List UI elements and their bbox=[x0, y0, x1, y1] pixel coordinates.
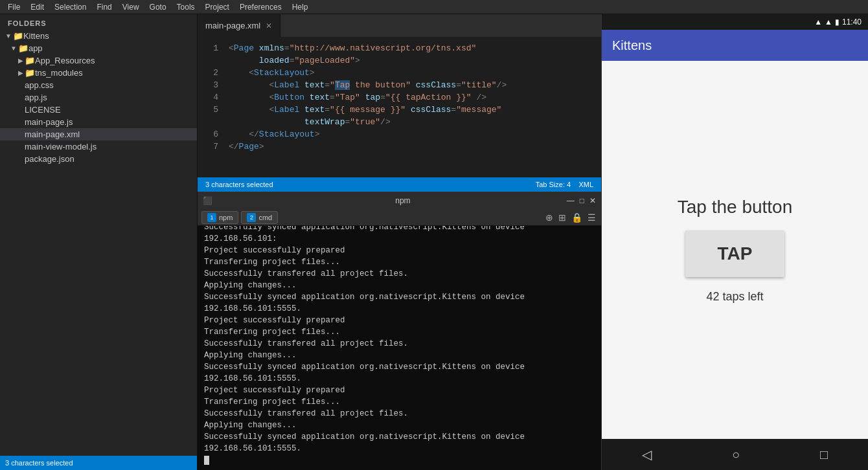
code-line-1: <Page xmlns="http://www.nativescript.org… bbox=[229, 42, 601, 54]
tree-label-main-view-model-js: main-view-model.js bbox=[25, 142, 97, 151]
battery-icon: ▮ bbox=[835, 17, 839, 27]
code-line-5: <Label text="{{ message }}" cssClass="me… bbox=[229, 104, 601, 116]
menu-view[interactable]: View bbox=[117, 1, 144, 13]
phone-statusbar: ▲ ▲ ▮ 11:40 bbox=[602, 14, 868, 30]
terminal-line: Project successfully prepared bbox=[204, 315, 595, 326]
terminal-output[interactable]: Applying changes...Successfully synced a… bbox=[198, 226, 601, 470]
menu-edit[interactable]: Edit bbox=[25, 1, 49, 13]
terminal-titlebar: ⬛ npm — □ ✕ bbox=[198, 192, 601, 209]
terminal-menu-btn[interactable]: ☰ bbox=[586, 212, 597, 223]
terminal-line: Successfully transfered all project file… bbox=[204, 268, 595, 280]
tree-package-json[interactable]: ▶ package.json bbox=[0, 153, 197, 165]
menu-tools[interactable]: Tools bbox=[172, 1, 200, 13]
tree-main-page-js[interactable]: ▶ main-page.js bbox=[0, 116, 197, 128]
terminal-line: Applying changes... bbox=[204, 420, 595, 431]
tree-tns-modules[interactable]: ▶ 📁 tns_modules bbox=[0, 67, 197, 79]
terminal-line: Successfully synced application org.nati… bbox=[204, 361, 595, 385]
editor-status-left: 3 characters selected bbox=[0, 456, 197, 470]
tree-main-view-model-js[interactable]: ▶ main-view-model.js bbox=[0, 140, 197, 153]
terminal-cursor-line bbox=[204, 454, 595, 466]
tab-main-page-xml[interactable]: main-page.xml ✕ bbox=[198, 14, 280, 37]
phone-screen: Kittens Tap the button TAP 42 taps left bbox=[602, 30, 868, 439]
code-line-1b: loaded="pageLoaded"> bbox=[229, 54, 601, 67]
editor-status-bar: 3 characters selected Tab Size: 4 XML bbox=[198, 177, 601, 192]
phone-home-button[interactable]: ○ bbox=[722, 442, 750, 467]
tree-label-app-resources: App_Resources bbox=[35, 56, 95, 65]
terminal-cursor bbox=[204, 456, 209, 465]
right-panel: main-page.xml ✕ 1 2 3 4 5 6 7 bbox=[198, 14, 868, 470]
tree-label-package-json: package.json bbox=[25, 154, 74, 164]
code-line-2: <StackLayout> bbox=[229, 67, 601, 79]
tree-app-css[interactable]: ▶ app.css bbox=[0, 79, 197, 91]
code-line-7: </Page> bbox=[229, 140, 601, 153]
tree-label-main-page-js: main-page.js bbox=[25, 117, 73, 127]
arrow-tns-modules: ▶ bbox=[18, 69, 23, 76]
phone-recent-button[interactable]: □ bbox=[810, 442, 838, 467]
arrow-app-resources: ▶ bbox=[18, 57, 23, 64]
folder-icon-app-resources: 📁 bbox=[25, 56, 35, 65]
terminal-tab-cmd[interactable]: 2 cmd bbox=[241, 211, 278, 224]
terminal-line: Successfully synced application org.nati… bbox=[204, 226, 595, 245]
tree-app-resources[interactable]: ▶ 📁 App_Resources bbox=[0, 54, 197, 67]
tree-label-app-css: app.css bbox=[25, 80, 54, 90]
terminal-icons-right: ⊕ ⊞ 🔒 ☰ bbox=[544, 212, 597, 223]
status-language: XML bbox=[578, 181, 593, 188]
arrow-app: ▼ bbox=[10, 45, 17, 52]
code-line-4: <Button text="Tap" tap="{{ tapAction }}"… bbox=[229, 91, 601, 104]
code-editor[interactable]: 1 2 3 4 5 6 7 <Page xmlns="http://www.na… bbox=[198, 37, 601, 177]
phone-navbar: ◁ ○ □ bbox=[602, 439, 868, 470]
code-content[interactable]: <Page xmlns="http://www.nativescript.org… bbox=[223, 37, 601, 177]
main-area: FOLDERS ▼ 📁 Kittens ▼ 📁 app ▶ 📁 App_Reso… bbox=[0, 14, 868, 470]
tree-main-page-xml[interactable]: ▶ main-page.xml bbox=[0, 128, 197, 140]
menu-file[interactable]: File bbox=[3, 1, 25, 13]
terminal-split-btn[interactable]: ⊞ bbox=[557, 212, 567, 223]
terminal-tab-cmd-icon: 2 bbox=[247, 213, 256, 222]
menu-selection[interactable]: Selection bbox=[49, 1, 91, 13]
terminal-line: Successfully transfered all project file… bbox=[204, 338, 595, 350]
tree-label-app: app bbox=[29, 43, 43, 53]
tree-license[interactable]: ▶ LICENSE bbox=[0, 104, 197, 116]
code-line-5b: textWrap="true"/> bbox=[229, 116, 601, 128]
terminal-tab-npm-icon: 1 bbox=[207, 213, 216, 222]
terminal-line: Applying changes... bbox=[204, 280, 595, 291]
terminal-tab-cmd-label: cmd bbox=[258, 214, 272, 221]
menu-preferences[interactable]: Preferences bbox=[234, 1, 287, 13]
phone-app-title: Kittens bbox=[612, 38, 652, 53]
phone-emulator: ▲ ▲ ▮ 11:40 Kittens Tap the button TAP 4… bbox=[601, 14, 868, 470]
tree-label-license: LICENSE bbox=[25, 105, 61, 115]
terminal-close-btn[interactable]: ✕ bbox=[589, 196, 596, 205]
menu-goto[interactable]: Goto bbox=[144, 1, 172, 13]
phone-tap-button[interactable]: TAP bbox=[685, 230, 785, 277]
menu-help[interactable]: Help bbox=[287, 1, 314, 13]
terminal-line: Transfering project files... bbox=[204, 326, 595, 338]
tree-label-app-js: app.js bbox=[25, 93, 47, 102]
terminal-tabs: 1 npm 2 cmd ⊕ ⊞ 🔒 ☰ bbox=[198, 209, 601, 226]
terminal-maximize-btn[interactable]: □ bbox=[580, 196, 584, 205]
phone-back-button[interactable]: ◁ bbox=[632, 442, 662, 467]
terminal-line: Transfering project files... bbox=[204, 396, 595, 408]
tree-app[interactable]: ▼ 📁 app bbox=[0, 42, 197, 54]
signal-icon: ▲ bbox=[825, 17, 832, 27]
sidebar: FOLDERS ▼ 📁 Kittens ▼ 📁 app ▶ 📁 App_Reso… bbox=[0, 14, 198, 470]
terminal-line: Project successfully prepared bbox=[204, 245, 595, 256]
menu-find[interactable]: Find bbox=[91, 1, 117, 13]
tree-kittens[interactable]: ▼ 📁 Kittens bbox=[0, 30, 197, 42]
phone-tap-text: Tap the button bbox=[678, 197, 792, 218]
terminal-panel: ⬛ npm — □ ✕ 1 npm bbox=[198, 192, 601, 470]
file-tree: ▼ 📁 Kittens ▼ 📁 app ▶ 📁 App_Resources ▶ … bbox=[0, 30, 197, 456]
terminal-line: Transfering project files... bbox=[204, 256, 595, 268]
tab-bar: main-page.xml ✕ bbox=[198, 14, 601, 37]
terminal-tab-npm[interactable]: 1 npm bbox=[201, 211, 238, 224]
terminal-line: Successfully synced application org.nati… bbox=[204, 431, 595, 454]
code-line-3: <Label text="Tap the button" cssClass="t… bbox=[229, 79, 601, 91]
tree-app-js[interactable]: ▶ app.js bbox=[0, 91, 197, 104]
terminal-minimize-btn[interactable]: — bbox=[567, 196, 575, 205]
menu-project[interactable]: Project bbox=[200, 1, 234, 13]
terminal-add-btn[interactable]: ⊕ bbox=[544, 212, 554, 223]
terminal-line: Successfully synced application org.nati… bbox=[204, 291, 595, 315]
phone-taps-left: 42 taps left bbox=[706, 290, 763, 304]
tab-close-button[interactable]: ✕ bbox=[266, 21, 272, 30]
terminal-lock-btn[interactable]: 🔒 bbox=[570, 212, 584, 223]
terminal-line: Applying changes... bbox=[204, 350, 595, 361]
folder-icon-app: 📁 bbox=[18, 43, 29, 53]
